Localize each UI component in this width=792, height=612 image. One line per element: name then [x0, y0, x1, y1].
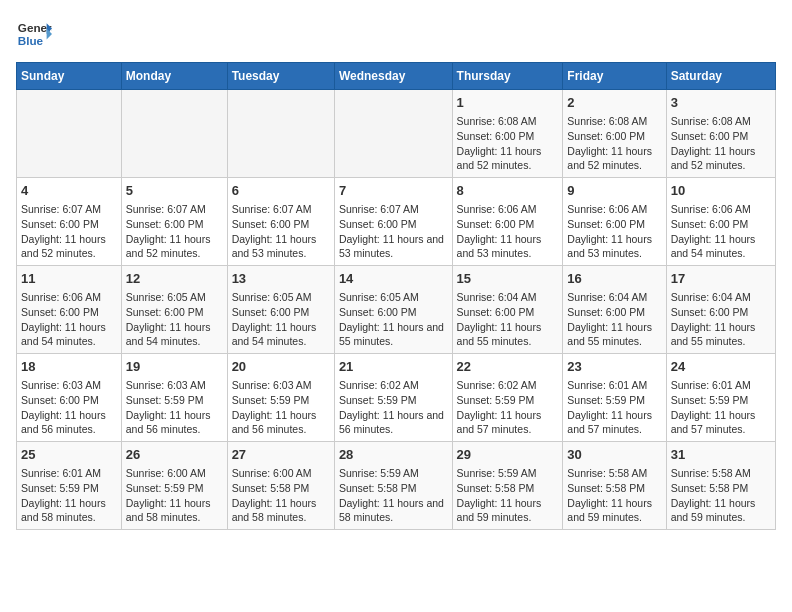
day-number: 28 [339, 446, 448, 464]
sunset-label: Sunset: 6:00 PM [567, 306, 645, 318]
sunrise-label: Sunrise: 6:05 AM [126, 291, 206, 303]
daylight-label: Daylight: 11 hours and 57 minutes. [671, 409, 756, 436]
calendar-cell: 27Sunrise: 6:00 AMSunset: 5:58 PMDayligh… [227, 442, 334, 530]
calendar-cell: 13Sunrise: 6:05 AMSunset: 6:00 PMDayligh… [227, 266, 334, 354]
sunrise-label: Sunrise: 5:59 AM [339, 467, 419, 479]
sunrise-label: Sunrise: 6:06 AM [457, 203, 537, 215]
weekday-header-tuesday: Tuesday [227, 63, 334, 90]
sunrise-label: Sunrise: 6:08 AM [457, 115, 537, 127]
day-number: 9 [567, 182, 661, 200]
sunrise-label: Sunrise: 5:59 AM [457, 467, 537, 479]
sunset-label: Sunset: 5:59 PM [567, 394, 645, 406]
sunset-label: Sunset: 6:00 PM [671, 130, 749, 142]
daylight-label: Daylight: 11 hours and 56 minutes. [126, 409, 211, 436]
daylight-label: Daylight: 11 hours and 52 minutes. [567, 145, 652, 172]
daylight-label: Daylight: 11 hours and 53 minutes. [339, 233, 444, 260]
calendar-cell: 17Sunrise: 6:04 AMSunset: 6:00 PMDayligh… [666, 266, 775, 354]
logo-icon: General Blue [16, 16, 52, 52]
calendar-cell: 15Sunrise: 6:04 AMSunset: 6:00 PMDayligh… [452, 266, 563, 354]
calendar-cell: 1Sunrise: 6:08 AMSunset: 6:00 PMDaylight… [452, 90, 563, 178]
day-number: 18 [21, 358, 117, 376]
calendar-cell: 10Sunrise: 6:06 AMSunset: 6:00 PMDayligh… [666, 178, 775, 266]
calendar-cell: 19Sunrise: 6:03 AMSunset: 5:59 PMDayligh… [121, 354, 227, 442]
page-header: General Blue [16, 16, 776, 52]
sunset-label: Sunset: 5:58 PM [567, 482, 645, 494]
day-number: 19 [126, 358, 223, 376]
calendar-table: SundayMondayTuesdayWednesdayThursdayFrid… [16, 62, 776, 530]
calendar-cell: 21Sunrise: 6:02 AMSunset: 5:59 PMDayligh… [334, 354, 452, 442]
weekday-header-friday: Friday [563, 63, 666, 90]
sunrise-label: Sunrise: 6:01 AM [21, 467, 101, 479]
sunset-label: Sunset: 6:00 PM [126, 306, 204, 318]
sunrise-label: Sunrise: 5:58 AM [671, 467, 751, 479]
day-number: 2 [567, 94, 661, 112]
sunset-label: Sunset: 5:58 PM [339, 482, 417, 494]
day-number: 17 [671, 270, 771, 288]
calendar-cell [17, 90, 122, 178]
sunset-label: Sunset: 6:00 PM [457, 306, 535, 318]
day-number: 29 [457, 446, 559, 464]
sunrise-label: Sunrise: 6:06 AM [567, 203, 647, 215]
daylight-label: Daylight: 11 hours and 54 minutes. [21, 321, 106, 348]
sunset-label: Sunset: 6:00 PM [457, 218, 535, 230]
calendar-cell [121, 90, 227, 178]
calendar-cell: 28Sunrise: 5:59 AMSunset: 5:58 PMDayligh… [334, 442, 452, 530]
sunset-label: Sunset: 5:58 PM [457, 482, 535, 494]
sunset-label: Sunset: 6:00 PM [339, 306, 417, 318]
sunset-label: Sunset: 6:00 PM [567, 218, 645, 230]
daylight-label: Daylight: 11 hours and 55 minutes. [457, 321, 542, 348]
sunset-label: Sunset: 5:59 PM [126, 482, 204, 494]
calendar-header-row: SundayMondayTuesdayWednesdayThursdayFrid… [17, 63, 776, 90]
logo: General Blue [16, 16, 52, 52]
day-number: 7 [339, 182, 448, 200]
sunset-label: Sunset: 6:00 PM [21, 394, 99, 406]
calendar-cell [334, 90, 452, 178]
sunrise-label: Sunrise: 5:58 AM [567, 467, 647, 479]
sunrise-label: Sunrise: 6:03 AM [126, 379, 206, 391]
day-number: 11 [21, 270, 117, 288]
sunset-label: Sunset: 6:00 PM [232, 306, 310, 318]
sunset-label: Sunset: 6:00 PM [671, 218, 749, 230]
sunset-label: Sunset: 5:59 PM [232, 394, 310, 406]
calendar-week-2: 4Sunrise: 6:07 AMSunset: 6:00 PMDaylight… [17, 178, 776, 266]
sunset-label: Sunset: 6:00 PM [21, 306, 99, 318]
sunrise-label: Sunrise: 6:08 AM [567, 115, 647, 127]
calendar-cell: 9Sunrise: 6:06 AMSunset: 6:00 PMDaylight… [563, 178, 666, 266]
daylight-label: Daylight: 11 hours and 52 minutes. [126, 233, 211, 260]
day-number: 16 [567, 270, 661, 288]
sunset-label: Sunset: 6:00 PM [21, 218, 99, 230]
calendar-cell: 5Sunrise: 6:07 AMSunset: 6:00 PMDaylight… [121, 178, 227, 266]
day-number: 12 [126, 270, 223, 288]
calendar-week-4: 18Sunrise: 6:03 AMSunset: 6:00 PMDayligh… [17, 354, 776, 442]
weekday-header-sunday: Sunday [17, 63, 122, 90]
weekday-header-monday: Monday [121, 63, 227, 90]
day-number: 26 [126, 446, 223, 464]
day-number: 31 [671, 446, 771, 464]
day-number: 13 [232, 270, 330, 288]
day-number: 21 [339, 358, 448, 376]
calendar-cell: 23Sunrise: 6:01 AMSunset: 5:59 PMDayligh… [563, 354, 666, 442]
sunrise-label: Sunrise: 6:01 AM [567, 379, 647, 391]
svg-text:Blue: Blue [18, 34, 44, 47]
calendar-cell: 8Sunrise: 6:06 AMSunset: 6:00 PMDaylight… [452, 178, 563, 266]
calendar-cell: 18Sunrise: 6:03 AMSunset: 6:00 PMDayligh… [17, 354, 122, 442]
daylight-label: Daylight: 11 hours and 57 minutes. [457, 409, 542, 436]
daylight-label: Daylight: 11 hours and 52 minutes. [457, 145, 542, 172]
sunset-label: Sunset: 5:59 PM [339, 394, 417, 406]
sunrise-label: Sunrise: 6:03 AM [21, 379, 101, 391]
sunrise-label: Sunrise: 6:04 AM [457, 291, 537, 303]
calendar-cell: 2Sunrise: 6:08 AMSunset: 6:00 PMDaylight… [563, 90, 666, 178]
sunrise-label: Sunrise: 6:02 AM [339, 379, 419, 391]
calendar-cell [227, 90, 334, 178]
day-number: 14 [339, 270, 448, 288]
daylight-label: Daylight: 11 hours and 57 minutes. [567, 409, 652, 436]
day-number: 5 [126, 182, 223, 200]
calendar-cell: 31Sunrise: 5:58 AMSunset: 5:58 PMDayligh… [666, 442, 775, 530]
daylight-label: Daylight: 11 hours and 59 minutes. [567, 497, 652, 524]
weekday-header-saturday: Saturday [666, 63, 775, 90]
sunset-label: Sunset: 6:00 PM [339, 218, 417, 230]
sunset-label: Sunset: 5:58 PM [232, 482, 310, 494]
weekday-header-thursday: Thursday [452, 63, 563, 90]
day-number: 8 [457, 182, 559, 200]
sunrise-label: Sunrise: 6:01 AM [671, 379, 751, 391]
